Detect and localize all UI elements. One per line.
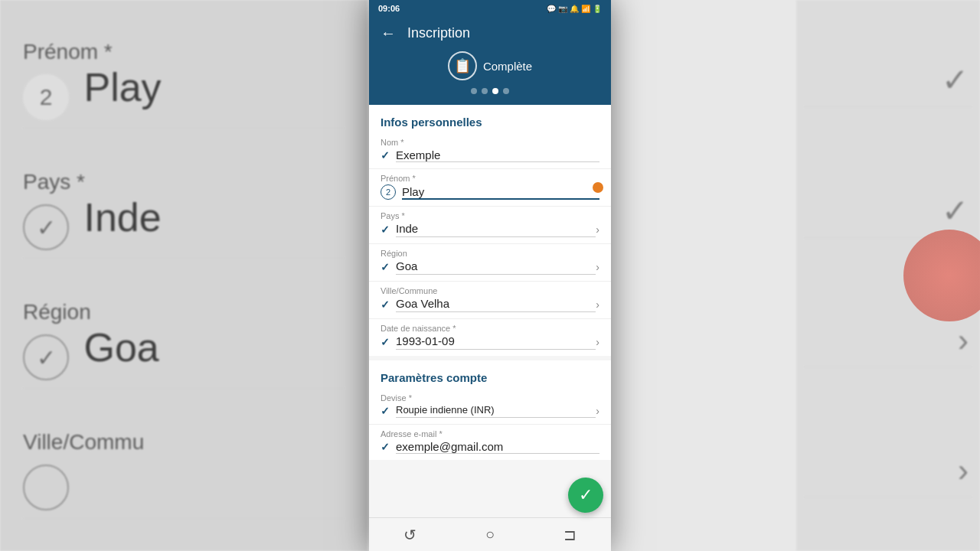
bg-icon-2: 2 [23, 74, 69, 120]
list-icon: 📋 [454, 57, 471, 74]
nav-home-button[interactable]: ○ [485, 526, 495, 543]
pays-row: ✓ Inde › [381, 222, 599, 237]
header-title: Inscription [407, 25, 470, 41]
bg-label-ville: Ville/Commu [23, 430, 144, 454]
dob-field[interactable]: Date de naissance * ✓ 1993-01-09 › [369, 319, 611, 356]
personal-info-title: Infos personnelles [369, 105, 611, 133]
email-check-icon: ✓ [381, 441, 390, 453]
bg-value-inde: Inde [83, 195, 161, 240]
pays-label: Pays * [381, 211, 599, 220]
bg-row-ville: Ville/Commu [23, 422, 345, 520]
bg-icon-check-ville [23, 465, 69, 510]
dob-row: ✓ 1993-01-09 › [381, 334, 599, 350]
bg-value-play: Play [83, 65, 161, 109]
signal-icon: 📶 [581, 5, 590, 13]
account-section: Paramètres compte Devise * ✓ Roupie indi… [369, 360, 611, 460]
dob-check-icon: ✓ [381, 336, 390, 348]
region-label: Région [381, 249, 599, 258]
prenom-row: 2 [381, 184, 599, 200]
devise-value: Roupie indienne (INR) [396, 404, 596, 418]
bg-icon-check-goa: ✓ [23, 334, 69, 380]
dob-dropdown-icon: › [596, 336, 599, 348]
complete-icon: 📋 [448, 51, 477, 80]
nom-check-icon: ✓ [381, 149, 390, 161]
dob-label: Date de naissance * [381, 324, 599, 333]
dot-1 [471, 88, 477, 94]
progress-dots [381, 88, 599, 99]
status-bar: 09:06 💬 📷 🔔 📶 🔋 [369, 0, 611, 17]
phone-screen: 09:06 💬 📷 🔔 📶 🔋 ← Inscription 📋 Complète [369, 0, 611, 551]
region-row: ✓ Goa › [381, 259, 599, 275]
prenom-label: Prénom * [381, 174, 599, 183]
camera-icon: 📷 [558, 5, 567, 13]
bg-label-prenom: Prénom * [23, 40, 113, 64]
dob-value: 1993-01-09 [396, 334, 596, 350]
notif-dot [593, 182, 603, 193]
header-icon-row: 📋 Complète [381, 51, 599, 80]
devise-label: Devise * [381, 393, 599, 403]
dot-4 [503, 88, 509, 94]
ville-label: Ville/Commune [381, 286, 599, 295]
devise-field[interactable]: Devise * ✓ Roupie indienne (INR) › [369, 389, 611, 425]
dot-2 [482, 88, 488, 94]
bg-icon-check-inde: ✓ [23, 204, 69, 250]
email-input[interactable] [396, 440, 599, 454]
fab-confirm-button[interactable]: ✓ [568, 478, 603, 513]
email-row: ✓ [381, 440, 599, 454]
nav-back-button[interactable]: ↺ [403, 526, 416, 544]
bg-row-pays: Pays * ✓ Inde [23, 162, 345, 259]
nom-field: Nom * ✓ [369, 133, 611, 169]
prenom-num-icon: 2 [381, 184, 396, 200]
pays-field[interactable]: Pays * ✓ Inde › [369, 207, 611, 244]
ville-field[interactable]: Ville/Commune ✓ Goa Velha › [369, 282, 611, 319]
nom-label: Nom * [381, 138, 599, 147]
form-area: Infos personnelles Nom * ✓ Prénom * 2 [369, 105, 611, 517]
region-dropdown-icon: › [596, 261, 599, 273]
back-button[interactable]: ← [381, 24, 396, 42]
devise-row: ✓ Roupie indienne (INR) › [381, 404, 599, 418]
fab-check-icon: ✓ [579, 485, 593, 505]
personal-info-section: Infos personnelles Nom * ✓ Prénom * 2 [369, 105, 611, 356]
devise-dropdown-icon: › [596, 405, 599, 417]
ville-value: Goa Velha [396, 297, 596, 312]
bg-label-pays: Pays * [23, 170, 85, 194]
background-left: Prénom * 2 Play Pays * ✓ Inde Région ✓ G… [0, 0, 368, 551]
bg-right-row-4: › [804, 445, 972, 497]
bg-right-row-1: ✓ [804, 54, 972, 107]
email-field: Adresse e-mail * ✓ [369, 425, 611, 460]
bg-right-row-3: › [804, 315, 972, 367]
bottom-nav: ↺ ○ ⊐ [369, 517, 611, 551]
pays-value: Inde [396, 222, 596, 237]
account-section-title: Paramètres compte [369, 360, 611, 389]
region-value: Goa [396, 259, 596, 275]
pays-check-icon: ✓ [381, 223, 390, 236]
ville-check-icon: ✓ [381, 298, 390, 311]
email-label: Adresse e-mail * [381, 429, 599, 439]
status-time: 09:06 [378, 4, 400, 13]
app-header: ← Inscription 📋 Complète [369, 17, 611, 105]
bg-row-prenom: Prénom * 2 Play [23, 32, 345, 129]
bg-label-region: Région [23, 300, 91, 324]
region-check-icon: ✓ [381, 261, 390, 273]
prenom-field: Prénom * 2 [369, 169, 611, 207]
status-icons: 💬 📷 🔔 📶 🔋 [547, 5, 602, 13]
bg-row-region: Région ✓ Goa [23, 292, 345, 390]
whatsapp-icon: 💬 [547, 5, 556, 13]
nom-row: ✓ [381, 148, 599, 162]
nom-input[interactable] [396, 148, 599, 162]
alarm-icon: 🔔 [570, 5, 579, 13]
bg-value-goa: Goa [83, 325, 158, 370]
nav-recent-button[interactable]: ⊐ [564, 526, 577, 544]
dot-3-active [492, 88, 498, 94]
battery-icon: 🔋 [593, 5, 602, 13]
prenom-input[interactable] [402, 185, 599, 200]
ville-row: ✓ Goa Velha › [381, 297, 599, 312]
devise-check-icon: ✓ [381, 405, 390, 417]
ville-dropdown-icon: › [596, 298, 599, 311]
region-field[interactable]: Région ✓ Goa › [369, 244, 611, 282]
pays-dropdown-icon: › [596, 223, 599, 236]
header-top: ← Inscription [381, 24, 599, 42]
step-label: Complète [483, 60, 532, 73]
